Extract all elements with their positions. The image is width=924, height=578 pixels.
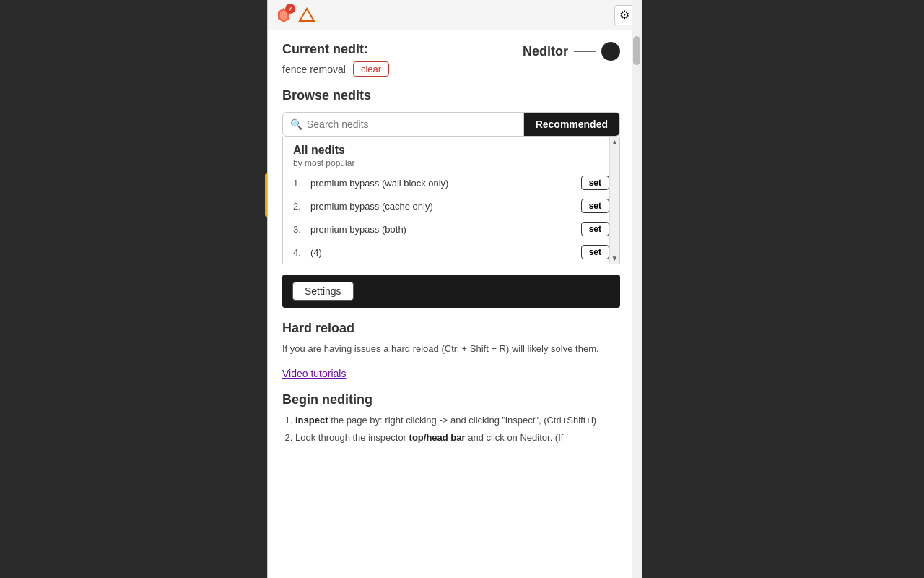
brave-icon: 7 — [275, 7, 292, 24]
list-item: 2. premium bypass (cache only) set — [283, 194, 619, 217]
scrollbar-down-arrow[interactable]: ▼ — [610, 253, 619, 264]
begin-nediting-section: Begin nediting Inspect the page by: righ… — [282, 392, 620, 447]
current-nedit-value-row: fence removal clear — [282, 61, 389, 77]
by-popular-label: by most popular — [293, 158, 609, 168]
brave-badge: 7 — [285, 4, 295, 14]
list-area: ▲ ▼ All nedits by most popular 1. premiu… — [282, 137, 620, 264]
hard-reload-title: Hard reload — [282, 321, 620, 336]
begin-nediting-title: Begin nediting — [282, 392, 620, 407]
video-tutorials-link[interactable]: Video tutorials — [282, 368, 620, 379]
begin-step-1: Inspect the page by: right clicking -> a… — [295, 413, 620, 428]
list-scrollbar[interactable]: ▲ ▼ — [609, 137, 619, 264]
item-name: premium bypass (both) — [310, 224, 577, 235]
item-number: 4. — [293, 247, 306, 258]
browse-section: Browse nedits 🔍 Recommended ▲ — [282, 88, 620, 264]
item-number: 1. — [293, 178, 306, 189]
item-number: 3. — [293, 224, 306, 235]
list-header: All nedits by most popular — [283, 137, 619, 171]
settings-section: Settings — [282, 275, 620, 308]
panel-content: Current nedit: fence removal clear Nedit… — [268, 30, 642, 578]
list-item: 1. premium bypass (wall block only) set — [283, 171, 619, 194]
search-input-row: 🔍 Recommended — [283, 113, 619, 136]
panel-scrollbar[interactable] — [632, 0, 642, 578]
clear-button[interactable]: clear — [353, 61, 389, 77]
set-button-2[interactable]: set — [581, 222, 609, 236]
item-number: 2. — [293, 201, 306, 212]
settings-button[interactable]: Settings — [292, 282, 354, 301]
settings-bar: Settings — [282, 275, 620, 308]
current-nedit-section: Current nedit: fence removal clear Nedit… — [282, 42, 620, 77]
gear-icon: ⚙ — [619, 8, 629, 22]
svg-marker-2 — [300, 9, 314, 21]
hard-reload-section: Hard reload If you are having issues a h… — [282, 321, 620, 356]
list-item: 4. (4) set — [283, 241, 619, 264]
begin-step-2: Look through the inspector top/head bar … — [295, 431, 620, 446]
item-name: premium bypass (cache only) — [310, 201, 577, 212]
all-nedits-title: All nedits — [293, 144, 609, 157]
panel-scrollbar-thumb — [633, 36, 640, 65]
list-item: 3. premium bypass (both) set — [283, 217, 619, 241]
neditor-circle-icon — [601, 42, 620, 61]
neditor-line-icon — [574, 51, 596, 52]
neditor-label: Neditor — [523, 42, 620, 61]
item-name: (4) — [310, 247, 577, 258]
search-area: 🔍 Recommended — [282, 112, 620, 137]
set-button-1[interactable]: set — [581, 199, 609, 213]
extension-panel: 7 ⚙ Current nedit: fence removal — [267, 0, 642, 578]
scrollbar-up-arrow[interactable]: ▲ — [610, 137, 619, 147]
begin-nediting-list: Inspect the page by: right clicking -> a… — [282, 413, 620, 447]
current-nedit-title: Current nedit: — [282, 42, 389, 57]
panel-topbar: 7 ⚙ — [268, 0, 642, 30]
current-nedit-value: fence removal — [282, 64, 346, 75]
recommended-button[interactable]: Recommended — [524, 113, 619, 136]
item-name: premium bypass (wall block only) — [310, 178, 577, 189]
search-icon: 🔍 — [290, 118, 302, 130]
neditor-text: Neditor — [523, 44, 568, 59]
browse-title: Browse nedits — [282, 88, 620, 103]
set-button-0[interactable]: set — [581, 176, 609, 190]
triangle-icon — [298, 7, 315, 24]
search-input-wrapper: 🔍 — [283, 113, 524, 136]
set-button-3[interactable]: set — [581, 245, 609, 259]
search-input[interactable] — [307, 113, 516, 136]
hard-reload-description: If you are having issues a hard reload (… — [282, 342, 620, 356]
